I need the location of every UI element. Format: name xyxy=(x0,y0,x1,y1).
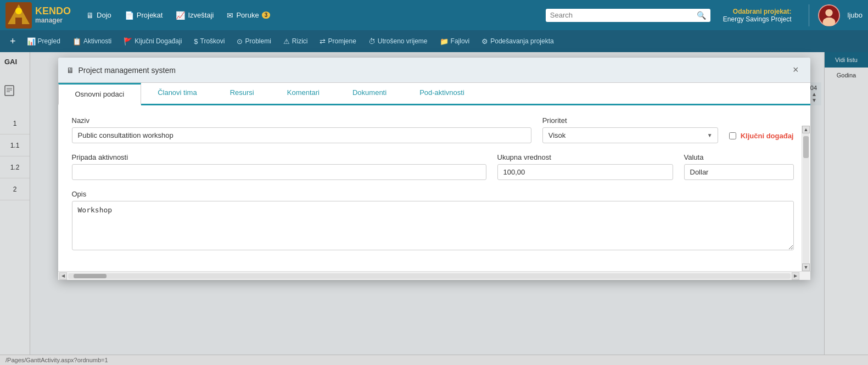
kljucni-icon: 🚩 xyxy=(124,37,132,46)
prioritet-group: Prioritet Visok Srednji Nizak xyxy=(542,116,718,143)
top-navigation: KENDO manager 🖥 Dojo 📄 Projekat 📈 Izvešt… xyxy=(0,0,868,30)
svg-point-5 xyxy=(825,9,832,16)
pripada-label: Pripada aktivnosti xyxy=(72,153,486,161)
project-info[interactable]: Odabrani projekat: Energy Savings Projec… xyxy=(723,8,792,23)
scroll-up[interactable]: ▲ xyxy=(802,126,810,133)
kljucni-dogadjaj-label: Ključni događaj xyxy=(741,132,794,140)
prioritet-select-wrapper: Visok Srednji Nizak xyxy=(542,127,718,143)
sec-nav-aktivnosti[interactable]: 📋 Aktivnosti xyxy=(67,34,117,49)
pregled-icon: 📊 xyxy=(27,37,36,46)
nav-dojo[interactable]: 🖥 Dojo xyxy=(81,8,117,23)
ukupna-vrednost-label: Ukupna vrednost xyxy=(497,153,673,161)
sec-nav-podesavanja[interactable]: ⚙ Podešavanja projekta xyxy=(476,34,559,49)
message-badge: 3 xyxy=(262,12,271,19)
h-scroll-track xyxy=(68,273,791,279)
dialog-bottom-scrollbar: ◀ ▶ xyxy=(58,271,810,280)
sec-nav-troskovi[interactable]: $ Troškovi xyxy=(188,34,230,49)
valuta-group: Valuta xyxy=(684,153,794,180)
podesavanja-icon: ⚙ xyxy=(481,37,488,46)
form-row-2: Pripada aktivnosti Ukupna vrednost Valut… xyxy=(72,153,794,180)
search-button[interactable]: 🔍 xyxy=(697,11,706,20)
svg-point-3 xyxy=(15,8,22,14)
h-scroll-thumb[interactable] xyxy=(74,274,107,278)
opis-label: Opis xyxy=(72,190,794,198)
tab-osnovni[interactable]: Osnovni podaci xyxy=(58,83,142,105)
naziv-input[interactable] xyxy=(72,127,531,143)
problemi-icon: ⊙ xyxy=(237,37,243,46)
divider xyxy=(809,4,809,26)
add-button[interactable]: + xyxy=(5,33,20,49)
naziv-label: Naziv xyxy=(72,116,531,125)
ukupna-vrednost-group: Ukupna vrednost xyxy=(497,153,673,180)
logo-text: KENDO manager xyxy=(35,6,71,24)
dialog-scrollbar: ▲ ▼ xyxy=(802,126,810,271)
tab-dokumenti[interactable]: Dokumenti xyxy=(336,83,403,105)
search-input[interactable] xyxy=(550,11,697,19)
logo[interactable]: KENDO manager xyxy=(5,2,71,29)
opis-textarea[interactable]: Workshop xyxy=(72,201,794,250)
prioritet-label: Prioritet xyxy=(542,116,718,125)
avatar[interactable] xyxy=(818,4,840,26)
promjene-icon: ⇄ xyxy=(320,37,326,46)
form-row-3: Opis Workshop xyxy=(72,190,794,250)
naziv-group: Naziv xyxy=(72,116,531,143)
logo-icon xyxy=(5,2,32,29)
projekat-icon: 📄 xyxy=(125,11,134,20)
sec-nav-kljucni[interactable]: 🚩 Ključni Događaji xyxy=(118,34,187,49)
dialog-overlay: 🖥 Project management system × Osnovni po… xyxy=(0,52,868,365)
izvestaji-icon: 📈 xyxy=(176,11,185,20)
scroll-down[interactable]: ▼ xyxy=(802,263,810,271)
sec-nav-promjene[interactable]: ⇄ Promjene xyxy=(314,34,361,49)
search-area: 🔍 xyxy=(546,9,710,22)
user-name: ljubo xyxy=(848,11,863,19)
scroll-track xyxy=(803,133,809,263)
h-scroll-left[interactable]: ◀ xyxy=(59,272,67,280)
poruke-icon: ✉ xyxy=(227,11,233,20)
svg-rect-2 xyxy=(15,18,22,24)
kljucni-dogadjaj-group: Ključni događaj xyxy=(729,116,794,140)
form-row-1: Naziv Prioritet Visok Srednji Nizak xyxy=(72,116,794,143)
valuta-input[interactable] xyxy=(684,164,794,180)
sec-nav-rizici[interactable]: ⚠ Rizici xyxy=(278,34,313,49)
dialog-tabs: Osnovni podaci Članovi tima Resursi Kome… xyxy=(58,83,810,105)
sec-nav-problemi[interactable]: ⊙ Problemi xyxy=(231,34,276,49)
utroseno-icon: ⏱ xyxy=(368,37,376,46)
dialog-title-icon: 🖥 xyxy=(66,66,74,75)
ukupna-vrednost-input[interactable] xyxy=(497,164,673,180)
tab-komentari[interactable]: Komentari xyxy=(271,83,336,105)
tab-clanovi[interactable]: Članovi tima xyxy=(141,83,214,105)
sec-nav-utroseno[interactable]: ⏱ Utrošeno vrijeme xyxy=(363,34,433,49)
dojo-icon: 🖥 xyxy=(86,11,94,20)
tab-pod-aktivnosti[interactable]: Pod-aktivnosti xyxy=(403,83,481,105)
dialog-header: 🖥 Project management system × xyxy=(58,58,810,83)
secondary-navigation: + 📊 Pregled 📋 Aktivnosti 🚩 Ključni Događ… xyxy=(0,30,868,52)
nav-poruke[interactable]: ✉ Poruke 3 xyxy=(221,8,276,23)
dialog-title: 🖥 Project management system xyxy=(66,66,176,75)
sec-nav-pregled[interactable]: 📊 Pregled xyxy=(21,34,66,49)
dialog-close-button[interactable]: × xyxy=(789,63,802,77)
nav-links: 🖥 Dojo 📄 Projekat 📈 Izveštaji ✉ Poruke 3 xyxy=(81,8,541,23)
fajlovi-icon: 📁 xyxy=(440,37,449,46)
kljucni-dogadjaj-checkbox[interactable] xyxy=(729,132,736,139)
rizici-icon: ⚠ xyxy=(283,37,290,46)
scroll-thumb[interactable] xyxy=(803,136,809,158)
main-content: GAI 1 1.1 1.2 2 11/04 ▲ ▼ Vidi listu God… xyxy=(0,52,868,365)
tab-resursi[interactable]: Resursi xyxy=(214,83,271,105)
nav-izvestaji[interactable]: 📈 Izveštaji xyxy=(170,8,219,23)
pripada-group: Pripada aktivnosti xyxy=(72,153,486,180)
valuta-label: Valuta xyxy=(684,153,794,161)
avatar-image xyxy=(819,5,839,26)
pripada-input[interactable] xyxy=(72,164,486,180)
opis-group: Opis Workshop xyxy=(72,190,794,250)
nav-projekat[interactable]: 📄 Projekat xyxy=(119,8,169,23)
h-scroll-right[interactable]: ▶ xyxy=(792,272,799,280)
activity-dialog: 🖥 Project management system × Osnovni po… xyxy=(58,58,810,280)
search-box: 🔍 xyxy=(546,9,710,22)
dialog-body: Naziv Prioritet Visok Srednji Nizak xyxy=(58,105,810,271)
aktivnosti-icon: 📋 xyxy=(72,37,81,46)
sec-nav-fajlovi[interactable]: 📁 Fajlovi xyxy=(434,34,475,49)
troskovi-icon: $ xyxy=(194,37,198,46)
prioritet-select[interactable]: Visok Srednji Nizak xyxy=(542,127,718,143)
